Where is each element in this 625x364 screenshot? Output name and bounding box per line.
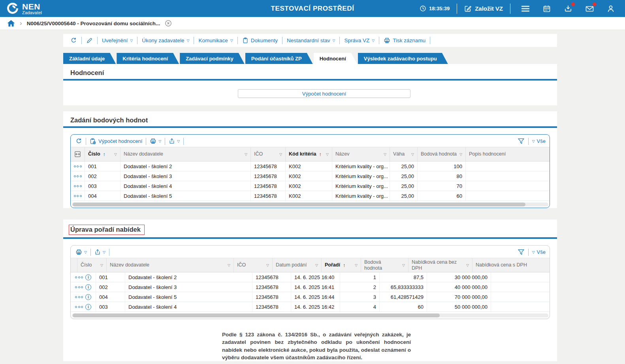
column-header-nabidkova-cena-bez-dph[interactable]: Nabídková cena bez DPH▽ bbox=[409, 258, 473, 272]
column-header-nazev-dodavatele[interactable]: Název dodavatele▽ bbox=[107, 258, 234, 272]
grid-filter-button[interactable] bbox=[518, 249, 525, 255]
row-menu-icon[interactable] bbox=[75, 276, 83, 278]
column-header-popis-hodnoceni[interactable]: Popis hodnocení bbox=[466, 147, 550, 161]
table-row[interactable]: 003Dodavatel - školení 412345678K002Krit… bbox=[71, 181, 550, 191]
clock-time: 18:35:39 bbox=[429, 6, 450, 11]
table-row[interactable]: i002Dodavatel - školení 31234567814. 6. … bbox=[71, 282, 550, 292]
column-header-cislo[interactable]: Číslo↑▽ bbox=[85, 147, 120, 161]
vypocet-hodnoceni-button[interactable]: Výpočet hodnocení bbox=[238, 89, 410, 98]
close-tab-icon[interactable] bbox=[165, 20, 172, 27]
row-menu-icon[interactable] bbox=[74, 185, 82, 187]
row-menu-icon[interactable] bbox=[75, 306, 83, 308]
table-row[interactable]: 001Dodavatel - školení 212345678K002Krit… bbox=[71, 161, 550, 171]
action-dokumenty[interactable]: Dokumenty bbox=[241, 37, 279, 44]
grid-refresh-button[interactable] bbox=[75, 138, 82, 144]
row-menu-icon[interactable] bbox=[75, 286, 83, 288]
action-refresh-button[interactable] bbox=[70, 37, 78, 44]
calendar-button[interactable] bbox=[542, 4, 552, 14]
tab-zadavaci-podminky[interactable]: Zadávací podmínky bbox=[180, 53, 245, 64]
table-row[interactable]: i001Dodavatel - školení 21234567814. 6. … bbox=[71, 272, 550, 282]
column-filter-icon[interactable]: ▽ bbox=[98, 263, 103, 267]
column-filter-icon[interactable]: ▽ bbox=[324, 152, 329, 156]
nen-logo[interactable]: NEN Zadavatel bbox=[6, 2, 42, 15]
menu-button[interactable] bbox=[520, 4, 531, 14]
grid-calc-button[interactable]: Výpočet hodnocení bbox=[90, 138, 142, 145]
column-header-vaha[interactable]: Váha▽ bbox=[390, 147, 418, 161]
create-vz-button[interactable]: Založit VZ bbox=[464, 5, 503, 12]
row-info-icon[interactable]: i bbox=[85, 284, 91, 290]
column-filter-icon[interactable]: ▽ bbox=[264, 263, 269, 267]
home-icon[interactable] bbox=[7, 20, 15, 27]
grid-view-all-button[interactable]: ▽ Vše bbox=[532, 138, 546, 144]
column-filter-icon[interactable]: ▽ bbox=[457, 152, 462, 156]
column-filter-icon[interactable]: ▽ bbox=[464, 263, 469, 267]
row-menu-icon[interactable] bbox=[74, 175, 82, 177]
cell-nazev: Kritérium kvality - org... bbox=[332, 191, 390, 201]
column-header-kod-kriteria[interactable]: Kód kritéria↑▽ bbox=[286, 147, 332, 161]
column-header-ico[interactable]: IČO▽ bbox=[234, 258, 273, 272]
grid-view-all-button[interactable]: ▽ Vše bbox=[532, 249, 546, 255]
tab-zakladni-udaje[interactable]: Základní údaje bbox=[63, 53, 116, 64]
column-settings-button[interactable] bbox=[71, 147, 85, 161]
action-sprava-vz[interactable]: Správa VZ▽ bbox=[343, 38, 375, 43]
row-info-icon[interactable]: i bbox=[85, 304, 91, 310]
column-filter-icon[interactable]: ▽ bbox=[277, 152, 282, 156]
column-filter-icon[interactable]: ▽ bbox=[313, 263, 318, 267]
user-button[interactable] bbox=[606, 4, 616, 14]
tab-label: Podání účastníků ZP bbox=[251, 56, 302, 62]
mail-button[interactable] bbox=[584, 4, 595, 14]
horizontal-scrollbar[interactable] bbox=[72, 203, 548, 206]
column-filter-icon[interactable]: ▽ bbox=[352, 263, 358, 267]
column-settings-button[interactable] bbox=[71, 258, 77, 272]
row-menu-icon[interactable] bbox=[74, 165, 82, 167]
action-uverejneni[interactable]: Uveřejnění▽ bbox=[101, 38, 134, 43]
grid-print-button[interactable]: ▽ bbox=[75, 249, 87, 255]
column-header-nazev[interactable]: Název▽ bbox=[332, 147, 390, 161]
column-header-poradi[interactable]: Pořadí↑▽ bbox=[322, 258, 361, 272]
column-filter-icon[interactable]: ▽ bbox=[225, 263, 230, 267]
row-info-icon[interactable]: i bbox=[85, 294, 91, 300]
toolbar-divider bbox=[339, 37, 340, 44]
column-filter-icon[interactable]: ▽ bbox=[400, 263, 405, 267]
column-label: Kód kritéria bbox=[289, 151, 316, 157]
grid-print-button[interactable]: ▽ bbox=[150, 138, 161, 144]
table-row[interactable]: 002Dodavatel - školení 312345678K002Krit… bbox=[71, 171, 550, 181]
column-filter-icon[interactable]: ▽ bbox=[112, 152, 117, 156]
horizontal-scrollbar[interactable] bbox=[72, 313, 548, 317]
calendar-icon bbox=[543, 5, 551, 13]
grid-export-button[interactable]: ▽ bbox=[169, 138, 180, 144]
scrollbar-thumb[interactable] bbox=[73, 203, 525, 206]
table-row[interactable]: i003Dodavatel - školení 41234567814. 6. … bbox=[71, 302, 550, 312]
column-filter-icon[interactable]: ▽ bbox=[381, 152, 386, 156]
row-menu-icon[interactable] bbox=[74, 195, 82, 197]
column-header-ico[interactable]: IČO▽ bbox=[251, 147, 286, 161]
row-info-icon[interactable]: i bbox=[85, 274, 91, 280]
tab-hodnoceni[interactable]: Hodnocení bbox=[314, 53, 357, 64]
breadcrumb-item[interactable]: N006/25/V00005640 - Provozování domu soc… bbox=[27, 21, 160, 26]
column-header-bodova-hodnota[interactable]: Bodová hodnota▽ bbox=[361, 258, 409, 272]
downloads-badge bbox=[571, 2, 575, 6]
column-filter-icon[interactable]: ▽ bbox=[409, 152, 414, 156]
action-pencil-button[interactable] bbox=[85, 37, 94, 44]
table-row[interactable]: 004Dodavatel - školení 512345678K002Krit… bbox=[71, 191, 550, 201]
scrollbar-thumb[interactable] bbox=[73, 313, 440, 317]
grid-filter-button[interactable] bbox=[518, 138, 525, 144]
column-header-cislo[interactable]: Číslo▽ bbox=[77, 258, 107, 272]
action-nestandardni-stav[interactable]: Nestandardní stav▽ bbox=[286, 38, 336, 43]
downloads-button[interactable] bbox=[563, 4, 573, 14]
tab-kriteria-hodnoceni[interactable]: Kritéria hodnocení bbox=[117, 53, 179, 64]
column-header-bodova-hodnota[interactable]: Bodová hodnota▽ bbox=[418, 147, 466, 161]
table-row[interactable]: i004Dodavatel - školení 51234567814. 6. … bbox=[71, 292, 550, 302]
grid-export-button[interactable]: ▽ bbox=[94, 249, 105, 255]
tab-podani-ucastniku-zp[interactable]: Podání účastníků ZP bbox=[245, 53, 313, 64]
action-komunikace[interactable]: Komunikace▽ bbox=[198, 38, 233, 43]
column-header-nazev-dodavatele[interactable]: Název dodavatele▽ bbox=[120, 147, 251, 161]
row-actions bbox=[71, 161, 85, 171]
column-header-datum-podani[interactable]: Datum podání▽ bbox=[273, 258, 322, 272]
tab-vysledek-zadavaciho-postupu[interactable]: Výsledek zadávacího postupu bbox=[358, 53, 448, 64]
action-tisk-zaznamu[interactable]: Tisk záznamu bbox=[383, 37, 426, 44]
column-filter-icon[interactable]: ▽ bbox=[242, 152, 247, 156]
action-ukony-zadavatele[interactable]: Úkony zadavatele▽ bbox=[141, 38, 190, 43]
column-header-nabidkova-cena-s-dph[interactable]: Nabídková cena s DPH▽ bbox=[473, 258, 550, 272]
row-menu-icon[interactable] bbox=[75, 296, 83, 298]
